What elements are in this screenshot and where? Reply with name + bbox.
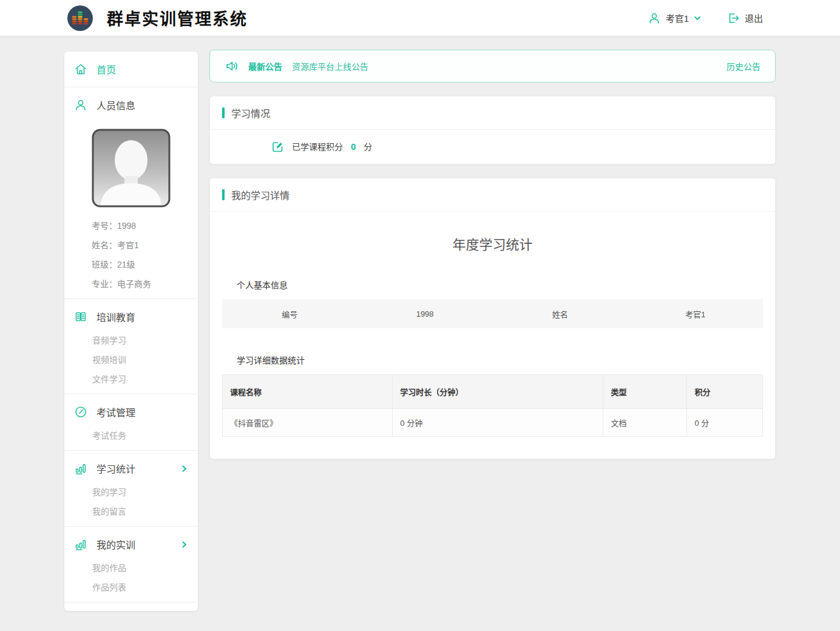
sidebar-training-label: 培训教育	[97, 309, 135, 324]
basic-info-value: 1998	[357, 309, 493, 319]
page-title: 群卓实训管理系统	[107, 6, 248, 30]
info-exam-number: 考号：1998	[64, 216, 198, 235]
announcement-latest-label: 最新公告	[248, 60, 282, 72]
table-header-row: 课程名称 学习时长（分钟） 类型 积分	[223, 375, 763, 409]
info-name: 姓名：考官1	[64, 235, 198, 255]
sidebar-item-my-works[interactable]: 我的作品	[64, 558, 198, 578]
announcement-banner: 最新公告 资源库平台上线公告 历史公告	[209, 50, 776, 83]
bar-chart-icon	[74, 462, 87, 475]
study-detail-card: 我的学习详情 年度学习统计 个人基本信息 编号 1998 姓名 考官1 学习详细…	[209, 178, 776, 459]
page-body: 首页 人员信息	[64, 50, 776, 611]
main-content: 最新公告 资源库平台上线公告 历史公告 学习情况 已学课程积分 0 分	[209, 50, 776, 459]
home-icon	[74, 62, 87, 76]
basic-info-value: 考官1	[628, 308, 763, 320]
app-header: 群卓实训管理系统 考官1	[0, 0, 840, 36]
user-menu[interactable]: 考官1	[648, 12, 701, 25]
basic-info-row: 编号 1998 姓名 考官1	[222, 299, 763, 328]
info-major: 专业：电子商务	[64, 274, 198, 294]
sidebar-stats-label: 学习统计	[97, 461, 135, 476]
user-name: 考官1	[666, 12, 689, 24]
avatar	[92, 129, 171, 210]
sidebar-home-label: 首页	[97, 62, 116, 76]
logout-label: 退出	[745, 12, 763, 24]
cell-course-name: 《抖音雷区》	[223, 409, 393, 437]
sidebar-item-exam-tasks[interactable]: 考试任务	[64, 426, 198, 445]
study-detail-title: 我的学习详情	[231, 187, 290, 202]
accent-bar	[222, 107, 225, 118]
sidebar-item-works-list[interactable]: 作品列表	[64, 578, 198, 597]
cell-credit: 0 分	[687, 409, 763, 437]
basic-info-key: 编号	[222, 308, 357, 320]
column-type: 类型	[603, 375, 687, 409]
bar-chart-icon	[74, 538, 87, 551]
basic-info-key: 姓名	[493, 308, 628, 320]
cell-study-duration: 0 分钟	[393, 409, 603, 437]
sidebar-item-video-training[interactable]: 视频培训	[64, 350, 198, 369]
detail-stats-label: 学习详细数据统计	[237, 354, 763, 366]
column-credit: 积分	[687, 375, 763, 409]
logout-icon	[727, 12, 740, 25]
sidebar-section-training: 培训教育 音频学习 视频培训 文件学习	[64, 299, 198, 394]
study-status-header: 学习情况	[210, 96, 775, 130]
sidebar-personnel-label: 人员信息	[97, 98, 135, 112]
sidebar-item-practice[interactable]: 我的实训	[64, 530, 198, 558]
credit-unit: 分	[364, 140, 372, 152]
credit-value: 0	[351, 141, 356, 152]
sidebar-item-personnel[interactable]: 人员信息	[64, 91, 198, 119]
study-detail-body: 年度学习统计 个人基本信息 编号 1998 姓名 考官1 学习详细数据统计 课程…	[210, 234, 775, 459]
column-study-duration: 学习时长（分钟）	[393, 375, 603, 409]
clock-icon	[74, 405, 87, 419]
sidebar-section-personnel: 人员信息	[64, 87, 198, 299]
study-status-title: 学习情况	[231, 106, 270, 120]
accent-bar	[222, 189, 225, 200]
chevron-down-icon	[694, 15, 701, 22]
credit-row: 已学课程积分 0 分	[210, 130, 775, 164]
edit-icon	[271, 140, 284, 153]
book-icon	[74, 310, 87, 323]
sidebar-item-training[interactable]: 培训教育	[64, 303, 198, 331]
sidebar-item-stats[interactable]: 学习统计	[64, 454, 198, 482]
sidebar-item-home[interactable]: 首页	[64, 52, 198, 87]
app-logo-icon	[67, 5, 93, 32]
table-row: 《抖音雷区》 0 分钟 文档 0 分	[223, 409, 763, 437]
sidebar-item-exam[interactable]: 考试管理	[64, 398, 198, 426]
sidebar-section-practice: 我的实训 我的作品 作品列表	[64, 527, 198, 602]
sidebar: 首页 人员信息	[64, 52, 198, 611]
annual-stats-title: 年度学习统计	[222, 234, 763, 253]
study-detail-header: 我的学习详情	[210, 178, 775, 212]
user-icon	[648, 12, 661, 25]
sidebar-section-stats: 学习统计 我的学习 我的留言	[64, 451, 198, 527]
info-class: 班级：21级	[64, 255, 198, 274]
sidebar-item-my-study[interactable]: 我的学习	[64, 482, 198, 502]
study-status-card: 学习情况 已学课程积分 0 分	[209, 96, 776, 164]
cell-type: 文档	[603, 409, 687, 437]
sidebar-item-file-study[interactable]: 文件学习	[64, 369, 198, 389]
speaker-icon	[225, 58, 240, 74]
avatar-wrap	[64, 129, 198, 210]
logout-button[interactable]: 退出	[727, 12, 763, 25]
chevron-right-icon	[180, 465, 188, 473]
chevron-right-icon	[180, 541, 188, 548]
sidebar-item-my-messages[interactable]: 我的留言	[64, 502, 198, 521]
sidebar-section-exam: 考试管理 考试任务	[64, 394, 198, 451]
announcement-link[interactable]: 资源库平台上线公告	[292, 60, 368, 72]
person-icon	[74, 98, 87, 112]
sidebar-practice-label: 我的实训	[97, 537, 135, 552]
credit-label: 已学课程积分	[292, 140, 343, 152]
header-actions: 考官1 退出	[648, 12, 763, 25]
sidebar-exam-label: 考试管理	[97, 405, 135, 419]
basic-info-label: 个人基本信息	[237, 278, 763, 291]
column-course-name: 课程名称	[223, 375, 393, 409]
sidebar-item-audio-study[interactable]: 音频学习	[64, 331, 198, 350]
study-detail-table: 课程名称 学习时长（分钟） 类型 积分 《抖音雷区》 0 分钟 文档 0 分	[222, 374, 763, 437]
history-announcements-link[interactable]: 历史公告	[727, 60, 760, 72]
brand-link[interactable]: 群卓实训管理系统	[67, 5, 248, 32]
